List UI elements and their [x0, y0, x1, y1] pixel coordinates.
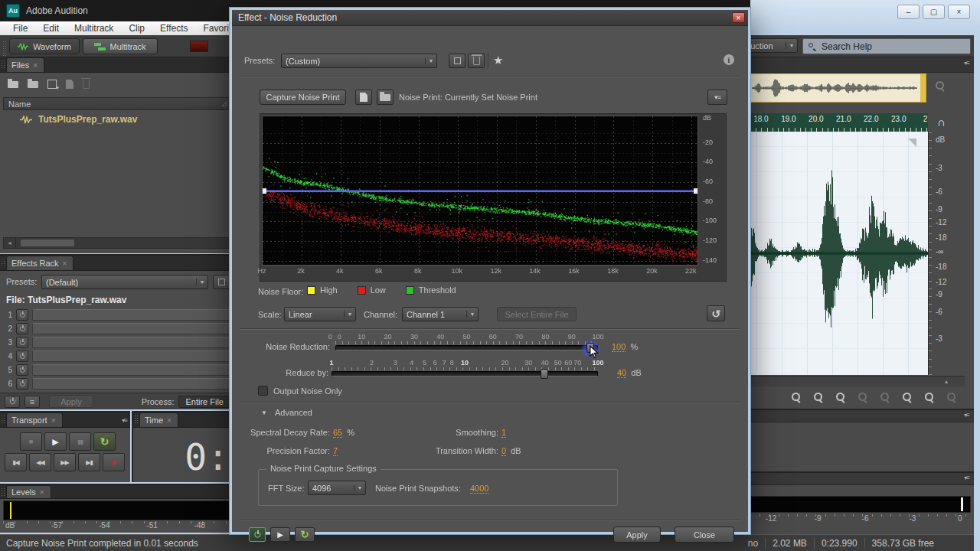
overview-strip[interactable]: [750, 73, 926, 103]
loop-playback-button[interactable]: ↻: [93, 432, 116, 451]
fft-size-dropdown[interactable]: 4096 ▾: [308, 481, 366, 495]
open-file-icon[interactable]: [8, 81, 18, 88]
rack-preset-dropdown[interactable]: (Default) ▾: [41, 275, 208, 289]
effect-slot-row[interactable]: 3: [3, 336, 232, 349]
slot-bar[interactable]: [32, 378, 232, 390]
record-button[interactable]: ●: [103, 453, 125, 471]
reset-button[interactable]: ↺: [707, 305, 725, 321]
zoom-selection-icon[interactable]: [946, 392, 957, 403]
panel-menu-icon[interactable]: ▾≡: [964, 474, 969, 481]
effect-slot-row[interactable]: 2: [3, 322, 232, 335]
import-file-icon[interactable]: [28, 81, 38, 88]
slot-power-button[interactable]: [16, 378, 28, 390]
slot-power-button[interactable]: [16, 323, 28, 334]
save-preset-button[interactable]: [213, 275, 230, 289]
fast-forward-button[interactable]: ▶▶: [54, 453, 76, 471]
files-name-header[interactable]: Name ◿: [3, 97, 232, 110]
presets-dropdown[interactable]: (Custom) ▾: [281, 54, 437, 68]
noise-floor-graph[interactable]: [262, 116, 698, 266]
slot-power-button[interactable]: [16, 350, 28, 362]
transition-width-wrap[interactable]: 0 dB: [501, 446, 521, 455]
search-help-box[interactable]: Search Help: [802, 38, 971, 54]
apply-button[interactable]: Apply: [613, 527, 661, 543]
graph-menu-button[interactable]: ▾≡: [707, 90, 727, 105]
tab-close-icon[interactable]: ×: [167, 416, 172, 425]
effect-power-button[interactable]: [249, 527, 266, 542]
slot-power-button[interactable]: [16, 337, 28, 348]
slot-bar[interactable]: [32, 337, 232, 348]
db-ruler[interactable]: dB-3-6-9-12-18-∞-18-12-9-6-3: [928, 132, 965, 375]
advanced-header[interactable]: Advanced: [275, 408, 312, 417]
tab-close-icon[interactable]: ×: [33, 61, 38, 70]
play-button[interactable]: ▶: [44, 432, 67, 451]
process-value-dropdown[interactable]: Entire File: [178, 396, 230, 408]
tab-effects-rack[interactable]: Effects Rack ×: [6, 256, 74, 270]
zoom-reset-icon[interactable]: [879, 392, 890, 403]
close-window-button[interactable]: ×: [948, 5, 970, 19]
tab-time[interactable]: Time ×: [139, 412, 178, 427]
nr-track[interactable]: [335, 345, 598, 350]
rb-handle[interactable]: [541, 369, 548, 379]
spectral-display-button[interactable]: [190, 41, 208, 52]
rack-list-button[interactable]: ≡: [24, 396, 40, 408]
go-to-end-button[interactable]: ▶▮: [78, 453, 100, 471]
slot-power-button[interactable]: [16, 309, 28, 321]
select-entire-file-button[interactable]: Select Entire File: [497, 307, 577, 321]
dialog-close-button[interactable]: ×: [732, 12, 745, 23]
scroll-left-icon[interactable]: ◂: [4, 238, 16, 248]
panel-menu-icon[interactable]: ▾≡: [964, 412, 969, 419]
tab-levels[interactable]: Levels ×: [6, 485, 51, 498]
save-noise-print-button[interactable]: [355, 90, 372, 105]
magnet-icon[interactable]: ∩: [937, 116, 946, 129]
slot-bar[interactable]: [32, 350, 232, 362]
waveform-editor[interactable]: [750, 132, 928, 375]
effect-slot-row[interactable]: 5: [3, 364, 232, 377]
load-noise-print-button[interactable]: [377, 90, 394, 105]
minimize-button[interactable]: –: [897, 5, 920, 19]
slot-bar[interactable]: [32, 364, 232, 376]
preview-play-button[interactable]: ▶: [270, 527, 290, 542]
rewind-button[interactable]: ◀◀: [29, 453, 51, 471]
preview-loop-button[interactable]: ↻: [295, 527, 315, 542]
scroll-up-icon[interactable]: ▴: [945, 378, 948, 385]
maximize-button[interactable]: ▢: [923, 5, 945, 19]
capture-noise-print-button[interactable]: Capture Noise Print: [260, 90, 346, 105]
menu-item-multitrack[interactable]: Multitrack: [67, 22, 120, 34]
panel-menu-icon[interactable]: ▾≡: [119, 414, 130, 427]
tab-close-icon[interactable]: ×: [63, 259, 67, 268]
zoom-out-horizontal-icon[interactable]: [857, 392, 868, 403]
go-to-start-button[interactable]: ▮◀: [5, 453, 27, 471]
menu-item-clip[interactable]: Clip: [122, 22, 152, 34]
menu-item-effects[interactable]: Effects: [153, 22, 194, 34]
zoom-in-point-right-icon[interactable]: [923, 392, 935, 403]
nr-value[interactable]: 100: [612, 342, 626, 352]
stop-button[interactable]: ■: [20, 432, 42, 451]
slot-power-button[interactable]: [16, 364, 28, 376]
editor-hscrollbar[interactable]: ▴: [750, 376, 965, 386]
zoom-in-horizontal-icon[interactable]: [835, 392, 846, 403]
close-button[interactable]: Close: [675, 527, 734, 543]
rack-power-button[interactable]: [5, 396, 20, 408]
dialog-title-bar[interactable]: Effect - Noise Reduction ×: [232, 10, 748, 26]
tab-close-icon[interactable]: ×: [40, 488, 44, 497]
spectral-decay-value[interactable]: 65: [333, 428, 342, 438]
scrollbar-thumb[interactable]: [21, 240, 74, 246]
snapshots-value[interactable]: 4000: [470, 484, 488, 494]
advanced-collapse-icon[interactable]: ▼: [261, 409, 267, 416]
channel-dropdown[interactable]: Channel 1 ▾: [402, 307, 479, 321]
delete-preset-button[interactable]: [468, 54, 485, 68]
timeline-ruler[interactable]: 18.019.020.021.022.023.02: [750, 113, 928, 132]
noise-reduction-value[interactable]: 100 %: [612, 342, 638, 351]
panel-menu-icon[interactable]: ▾≡: [964, 60, 969, 67]
rb-track[interactable]: [332, 371, 598, 377]
zoom-out-vertical-icon[interactable]: [812, 392, 824, 403]
effect-slot-row[interactable]: 4: [3, 350, 232, 363]
save-preset-button[interactable]: [449, 54, 466, 68]
smoothing-value[interactable]: 1: [501, 428, 506, 438]
files-hscrollbar[interactable]: ◂: [3, 237, 232, 249]
scale-dropdown[interactable]: Linear ▾: [284, 307, 356, 321]
zoom-in-vertical-icon[interactable]: [790, 392, 802, 403]
tab-files[interactable]: Files ×: [6, 57, 44, 72]
transition-width-value[interactable]: 0: [501, 446, 506, 456]
trash-icon[interactable]: [83, 80, 90, 89]
